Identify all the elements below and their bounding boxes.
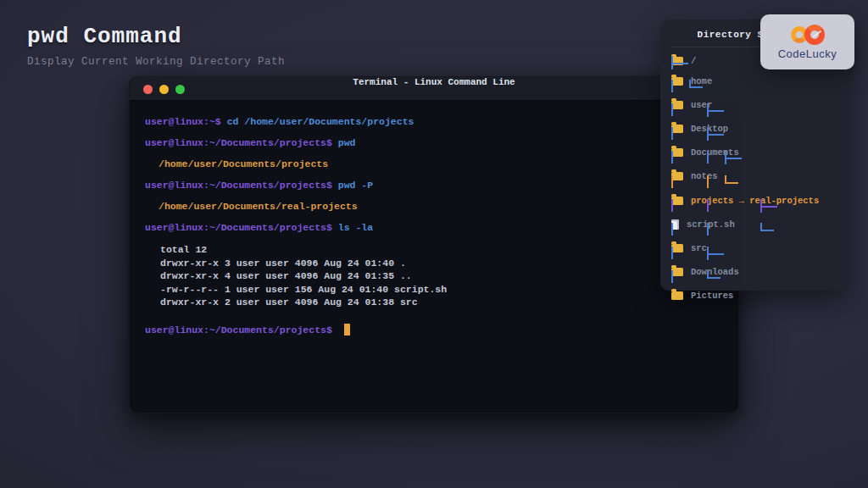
shell-prompt: user@linux:~/Documents/projects$	[145, 180, 338, 191]
terminal-line: user@linux:~/Documents/projects$	[145, 324, 723, 336]
folder-icon	[671, 268, 683, 276]
tree-connector-line	[707, 199, 709, 212]
infinity-ring-right	[804, 25, 825, 45]
shell-command: ls -la	[338, 222, 373, 233]
tree-connector-line	[671, 103, 673, 116]
tree-connector-line	[671, 127, 673, 140]
tree-item-documents[interactable]: Documents	[671, 141, 739, 164]
tree-connector-line	[760, 206, 777, 208]
tree-connector-line	[671, 223, 673, 236]
tree-connector-line	[707, 223, 709, 236]
folder-icon	[671, 101, 683, 109]
tree-item-label: projects → real-projects	[691, 196, 819, 206]
terminal-line: -rw-r--r-- 1 user user 156 Aug 24 01:40 …	[145, 283, 723, 297]
terminal-line: drwxr-xr-x 3 user user 4096 Aug 24 01:40…	[145, 257, 723, 270]
page-header: pwd Command Display Current Working Dire…	[27, 24, 285, 69]
folder-icon	[671, 77, 683, 86]
terminal-line: /home/user/Documents/real-projects	[145, 201, 723, 212]
tree-item-desktop[interactable]: Desktop	[671, 117, 728, 141]
tree-connector-line	[671, 175, 673, 188]
terminal-line: total 12	[145, 243, 723, 257]
tree-connector-line	[671, 151, 673, 164]
page-title: pwd Command	[27, 24, 285, 50]
shell-command: pwd	[338, 137, 356, 148]
tree-item-label: Documents	[691, 147, 739, 158]
tree-item-label: Pictures	[691, 291, 733, 301]
tree-item-script-sh[interactable]: script.sh	[671, 213, 735, 236]
page-subtitle: Display Current Working Directory Path	[27, 56, 285, 69]
terminal-line: drwxr-xr-x 2 user user 4096 Aug 24 01:38…	[145, 296, 723, 309]
folder-icon	[671, 244, 683, 252]
tree-item-label: Desktop	[691, 124, 728, 134]
terminal-line: user@linux:~/Documents/projects$ ls -la	[145, 222, 723, 233]
terminal-line: user@linux:~$ cd /home/user/Documents/pr…	[145, 116, 723, 127]
terminal-window: Terminal - Linux Command Line user@linux…	[129, 76, 739, 413]
tree-connector-line	[707, 253, 724, 255]
tree-connector-line	[689, 86, 703, 88]
tree-connector-line	[671, 63, 688, 64]
tree-connector-line	[725, 182, 738, 184]
window-controls	[143, 77, 185, 101]
tree-connector-line	[671, 247, 673, 259]
tree-item-label: Downloads	[691, 267, 739, 277]
codelucky-infinity-icon	[789, 24, 826, 46]
tree-connector-line	[671, 80, 673, 92]
tree-item-projects-real-projects[interactable]: projects → real-projects	[671, 189, 819, 213]
tree-connector-line	[707, 175, 709, 188]
close-button[interactable]	[143, 85, 153, 94]
terminal-line: /home/user/Documents/projects	[145, 158, 723, 169]
tree-item-label: src	[691, 243, 707, 253]
codelucky-brand-label: CodeLucky	[778, 47, 837, 60]
terminal-line: drwxr-xr-x 4 user user 4096 Aug 24 01:35…	[145, 269, 723, 283]
tree-item-pictures[interactable]: Pictures	[671, 284, 733, 308]
tree-item-label: user	[691, 100, 712, 110]
folder-icon	[671, 291, 683, 300]
shell-prompt: user@linux:~$	[145, 116, 227, 127]
tree-connector-line	[707, 277, 721, 279]
terminal-line: user@linux:~/Documents/projects$ pwd	[145, 137, 723, 148]
page-background: pwd Command Display Current Working Dire…	[0, 0, 868, 488]
tree-connector-line	[707, 134, 724, 136]
minimize-button[interactable]	[159, 85, 169, 94]
tree-connector-line	[707, 151, 709, 164]
shell-prompt: user@linux:~/Documents/projects$	[145, 324, 338, 336]
tree-item-user[interactable]: user	[671, 93, 712, 117]
folder-icon	[671, 148, 683, 157]
tree-connector-line	[725, 158, 742, 159]
shell-prompt: user@linux:~/Documents/projects$	[145, 137, 338, 148]
tree-connector-line	[671, 199, 673, 212]
tree-connector-line	[760, 230, 774, 231]
terminal-title: Terminal - Linux Command Line	[130, 77, 738, 101]
tree-item-home[interactable]: home	[671, 69, 712, 93]
tree-connector-line	[671, 270, 673, 283]
shell-prompt: user@linux:~/Documents/projects$	[145, 222, 338, 233]
tree-item-downloads[interactable]: Downloads	[671, 260, 739, 284]
tree-connector-line	[707, 110, 724, 112]
folder-icon	[671, 197, 683, 205]
terminal-line: user@linux:~/Documents/projects$ pwd -P	[145, 180, 723, 191]
codelucky-badge: CodeLucky	[760, 14, 854, 69]
tree-item-label: script.sh	[687, 219, 735, 230]
terminal-titlebar: Terminal - Linux Command Line	[130, 77, 738, 101]
tree-item-src[interactable]: src	[671, 236, 707, 260]
tree-item-label: /	[691, 56, 696, 66]
terminal-cursor	[344, 324, 350, 336]
shell-command: pwd -P	[338, 180, 373, 191]
folder-icon	[671, 125, 683, 133]
terminal-body[interactable]: user@linux:~$ cd /home/user/Documents/pr…	[130, 101, 738, 336]
folder-icon	[671, 172, 683, 180]
shell-command: cd /home/user/Documents/projects	[227, 116, 415, 127]
zoom-button[interactable]	[175, 85, 185, 94]
tree-item-notes[interactable]: notes	[671, 164, 718, 188]
tree-item-label: home	[691, 76, 712, 86]
tree-item-label: notes	[691, 171, 718, 181]
